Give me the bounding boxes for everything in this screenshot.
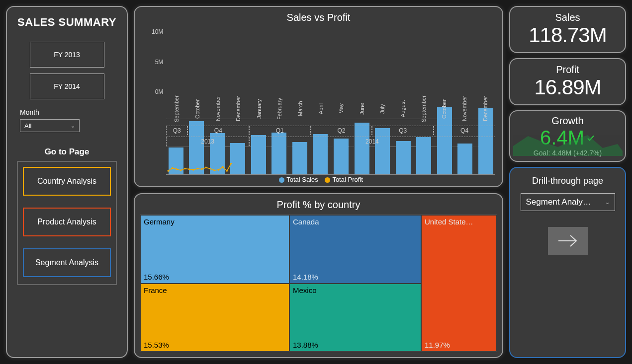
quarter-label: Q4 bbox=[187, 126, 249, 135]
x-tick-label: October bbox=[434, 95, 454, 123]
x-tick-label: July bbox=[372, 95, 392, 123]
sidebar-title: SALES SUMMARY bbox=[17, 16, 117, 29]
goto-page-label: Go to Page bbox=[17, 147, 117, 157]
x-tick-label: November bbox=[454, 95, 474, 123]
sales-vs-profit-chart[interactable]: Sales vs Profit 10M 5M 0M SeptemberOctob… bbox=[134, 6, 503, 187]
quarter-label: Q3 bbox=[372, 126, 434, 135]
quarter-label: Q3 bbox=[166, 126, 187, 135]
drill-page-dropdown[interactable]: Segment Analy… ⌄ bbox=[521, 193, 615, 211]
bar[interactable] bbox=[290, 142, 310, 174]
x-tick-label: February bbox=[269, 95, 289, 123]
x-tick-label: September bbox=[166, 95, 186, 123]
kpi-profit-value: 16.89M bbox=[513, 75, 622, 99]
drill-through-panel: Drill-through page Segment Analy… ⌄ bbox=[509, 167, 626, 358]
treemap-title: Profit % by country bbox=[137, 199, 500, 211]
treemap-mexico[interactable]: Mexico 13.88% bbox=[289, 284, 421, 352]
drill-go-button[interactable] bbox=[548, 227, 588, 255]
sidebar: SALES SUMMARY FY 2013 FY 2014 Month All … bbox=[6, 6, 128, 358]
kpi-growth-label: Growth bbox=[514, 115, 621, 127]
kpi-growth: Growth 6.4M Goal: 4.48M (+42.7%) bbox=[509, 110, 626, 162]
chart-title: Sales vs Profit bbox=[142, 12, 495, 23]
fy-2014-button[interactable]: FY 2014 bbox=[30, 73, 104, 99]
profit-by-country-treemap[interactable]: Profit % by country Germany 15.66% Canad… bbox=[134, 193, 503, 358]
bar[interactable] bbox=[166, 147, 185, 174]
treemap-canada[interactable]: Canada 14.18% bbox=[289, 215, 421, 283]
bar[interactable] bbox=[228, 143, 248, 174]
nav-country-analysis[interactable]: Country Analysis bbox=[23, 167, 111, 196]
growth-sparkline bbox=[513, 131, 623, 156]
treemap-france[interactable]: France 15.53% bbox=[140, 284, 289, 352]
year-label: 2013 bbox=[166, 137, 249, 146]
x-tick-label: December bbox=[228, 95, 248, 123]
svg-marker-16 bbox=[513, 135, 623, 156]
kpi-sales: Sales 118.73M bbox=[509, 6, 626, 53]
chevron-down-icon: ⌄ bbox=[605, 199, 610, 206]
y-axis: 10M 5M 0M bbox=[152, 28, 166, 95]
x-tick-label: November bbox=[207, 95, 228, 123]
x-tick-label: June bbox=[352, 95, 372, 123]
kpi-profit: Profit 16.89M bbox=[509, 58, 626, 105]
kpi-profit-label: Profit bbox=[513, 64, 622, 75]
chart-legend: Total Sales Total Profit bbox=[142, 176, 495, 183]
quarter-label: Q2 bbox=[311, 126, 372, 135]
x-tick-label: September bbox=[413, 95, 434, 123]
arrow-right-icon bbox=[556, 233, 579, 248]
kpi-sales-value: 118.73M bbox=[513, 23, 622, 47]
drill-label: Drill-through page bbox=[532, 176, 603, 186]
chevron-down-icon: ⌄ bbox=[71, 123, 75, 129]
x-tick-label: December bbox=[475, 95, 495, 123]
x-tick-label: May bbox=[331, 95, 351, 123]
quarter-label: Q4 bbox=[434, 126, 495, 135]
nav-segment-analysis[interactable]: Segment Analysis bbox=[23, 248, 111, 277]
month-value: All bbox=[24, 122, 31, 130]
x-tick-label: October bbox=[187, 95, 207, 123]
x-tick-label: March bbox=[290, 95, 310, 123]
month-dropdown[interactable]: All ⌄ bbox=[20, 119, 80, 132]
plot-area: SeptemberOctoberNovemberDecemberJanuaryF… bbox=[166, 26, 495, 175]
fy-2013-button[interactable]: FY 2013 bbox=[30, 42, 104, 68]
nav-box: Country Analysis Product Analysis Segmen… bbox=[17, 161, 117, 285]
x-tick-label: April bbox=[310, 95, 331, 123]
x-tick-label: January bbox=[249, 95, 269, 123]
kpi-sales-label: Sales bbox=[513, 12, 622, 23]
year-label: 2014 bbox=[249, 137, 495, 146]
x-tick-label: August bbox=[392, 95, 413, 123]
treemap-usa[interactable]: United State… 11.97% bbox=[421, 215, 497, 352]
bar[interactable] bbox=[455, 144, 475, 174]
month-label: Month bbox=[20, 108, 117, 116]
nav-product-analysis[interactable]: Product Analysis bbox=[23, 208, 111, 236]
quarter-label: Q1 bbox=[249, 126, 311, 135]
treemap-germany[interactable]: Germany 15.66% bbox=[140, 215, 289, 283]
